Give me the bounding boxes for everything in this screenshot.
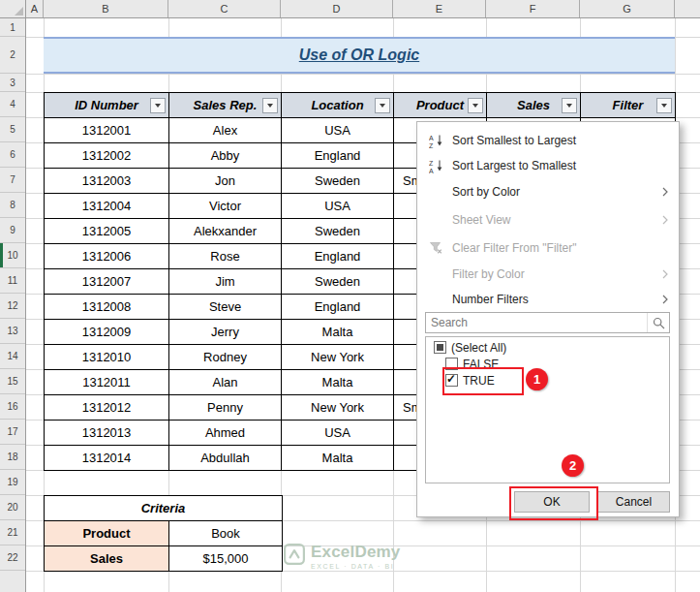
table-cell[interactable]: Jon — [169, 169, 282, 194]
filter-dropdown-button[interactable] — [150, 98, 166, 113]
column-header-c[interactable]: C — [168, 0, 281, 17]
column-header-f[interactable]: F — [486, 0, 580, 17]
row-header-1[interactable]: 1 — [0, 18, 25, 37]
table-cell[interactable]: 1312014 — [45, 446, 169, 471]
row-header-9[interactable]: 9 — [0, 218, 25, 243]
filter-dropdown-button[interactable] — [656, 98, 672, 113]
row-header-5[interactable]: 5 — [0, 117, 25, 142]
option-false[interactable]: FALSE — [426, 356, 669, 372]
sheet-title-cell[interactable]: Use of OR Logic — [44, 37, 675, 74]
header-location[interactable]: Location — [282, 93, 394, 118]
criteria-value-sales[interactable]: $15,000 — [169, 546, 282, 571]
table-cell[interactable]: Abby — [169, 143, 282, 169]
select-all-corner[interactable] — [0, 0, 26, 18]
table-cell[interactable]: Rodney — [169, 345, 282, 370]
column-header-e[interactable]: E — [393, 0, 486, 17]
header-sales[interactable]: Sales — [487, 93, 581, 118]
column-header-b[interactable]: B — [44, 0, 168, 17]
table-cell[interactable]: 1312013 — [45, 421, 169, 446]
row-header-13[interactable]: 13 — [0, 319, 25, 344]
cancel-button[interactable]: Cancel — [597, 491, 670, 513]
row-header-2[interactable]: 2 — [0, 37, 25, 74]
row-header-10[interactable]: 10 — [0, 243, 25, 268]
column-header-d[interactable]: D — [281, 0, 393, 17]
criteria-value-product[interactable]: Book — [169, 521, 282, 545]
column-header-g[interactable]: G — [580, 0, 675, 17]
table-cell[interactable]: Alekxander — [169, 219, 282, 244]
row-header-11[interactable]: 11 — [0, 268, 25, 294]
header-sales-rep[interactable]: Sales Rep. — [169, 93, 282, 118]
table-cell[interactable]: 1312007 — [45, 269, 169, 295]
menu-item-number-filters[interactable]: Number Filters — [419, 289, 677, 310]
search-input[interactable] — [426, 316, 647, 329]
header-id-number[interactable]: ID Number — [45, 93, 169, 118]
table-cell[interactable]: 1312011 — [45, 370, 169, 395]
table-cell[interactable]: Jim — [169, 269, 282, 295]
row-header-14[interactable]: 14 — [0, 344, 25, 369]
table-cell[interactable]: USA — [282, 118, 394, 143]
table-cell[interactable]: 1312006 — [45, 244, 169, 269]
row-header-17[interactable]: 17 — [0, 420, 25, 445]
table-cell[interactable]: Malta — [282, 370, 394, 395]
table-cell[interactable]: Sweden — [282, 169, 394, 194]
table-cell[interactable]: Malta — [282, 320, 394, 345]
search-icon[interactable] — [647, 313, 669, 332]
table-cell[interactable]: Victor — [169, 194, 282, 219]
table-cell[interactable]: Abdullah — [169, 446, 282, 471]
row-header-20[interactable]: 20 — [0, 495, 25, 520]
criteria-title[interactable]: Criteria — [45, 496, 282, 521]
menu-item-sort-smallest[interactable]: AZ Sort Smallest to Largest — [419, 130, 677, 151]
filter-dropdown-button[interactable] — [562, 98, 577, 113]
menu-item-sort-by-color[interactable]: Sort by Color — [419, 181, 677, 203]
header-filter[interactable]: Filter — [581, 93, 676, 118]
column-header-a[interactable]: A — [26, 0, 44, 17]
row-header-19[interactable]: 19 — [0, 470, 25, 495]
row-header-18[interactable]: 18 — [0, 445, 25, 470]
table-cell[interactable]: New York — [282, 395, 394, 421]
table-cell[interactable]: England — [282, 143, 394, 169]
table-cell[interactable]: England — [282, 295, 394, 320]
table-cell[interactable]: 1312005 — [45, 219, 169, 244]
row-header-3[interactable]: 3 — [0, 74, 25, 92]
table-cell[interactable]: Alan — [169, 370, 282, 395]
table-cell[interactable]: Jerry — [169, 320, 282, 345]
table-cell[interactable]: 1312012 — [45, 395, 169, 421]
filter-dropdown-button[interactable] — [375, 98, 390, 113]
filter-dropdown-button[interactable] — [262, 98, 278, 113]
table-cell[interactable]: USA — [282, 421, 394, 446]
row-header-12[interactable]: 12 — [0, 294, 25, 319]
row-header-4[interactable]: 4 — [0, 92, 25, 117]
header-product[interactable]: Product — [394, 93, 487, 118]
table-cell[interactable]: Steve — [169, 295, 282, 320]
menu-item-sort-largest[interactable]: ZA Sort Largest to Smallest — [419, 155, 677, 176]
table-cell[interactable]: 1312001 — [45, 118, 169, 143]
table-cell[interactable]: 1312003 — [45, 169, 169, 194]
row-header-8[interactable]: 8 — [0, 193, 25, 218]
table-cell[interactable]: Alex — [169, 118, 282, 143]
ok-button[interactable]: OK — [514, 491, 590, 513]
filter-dropdown-button[interactable] — [468, 98, 483, 113]
table-cell[interactable]: Sweden — [282, 269, 394, 295]
row-header-6[interactable]: 6 — [0, 142, 25, 168]
table-cell[interactable]: 1312008 — [45, 295, 169, 320]
table-cell[interactable]: New York — [282, 345, 394, 370]
table-cell[interactable]: Malta — [282, 446, 394, 471]
table-cell[interactable]: USA — [282, 194, 394, 219]
table-cell[interactable]: Rose — [169, 244, 282, 269]
criteria-label-sales[interactable]: Sales — [45, 546, 169, 571]
row-header-16[interactable]: 16 — [0, 394, 25, 420]
table-cell[interactable]: 1312002 — [45, 143, 169, 169]
table-cell[interactable]: 1312009 — [45, 320, 169, 345]
row-header-15[interactable]: 15 — [0, 369, 25, 394]
row-header-7[interactable]: 7 — [0, 168, 25, 193]
criteria-label-product[interactable]: Product — [45, 521, 169, 545]
table-cell[interactable]: Ahmed — [169, 421, 282, 446]
table-cell[interactable]: England — [282, 244, 394, 269]
row-header-22[interactable]: 22 — [0, 545, 25, 571]
table-cell[interactable]: Penny — [169, 395, 282, 421]
option-select-all[interactable]: (Select All) — [426, 339, 669, 356]
row-header-21[interactable]: 21 — [0, 520, 25, 545]
table-cell[interactable]: Sweden — [282, 219, 394, 244]
table-cell[interactable]: 1312010 — [45, 345, 169, 370]
table-cell[interactable]: 1312004 — [45, 194, 169, 219]
